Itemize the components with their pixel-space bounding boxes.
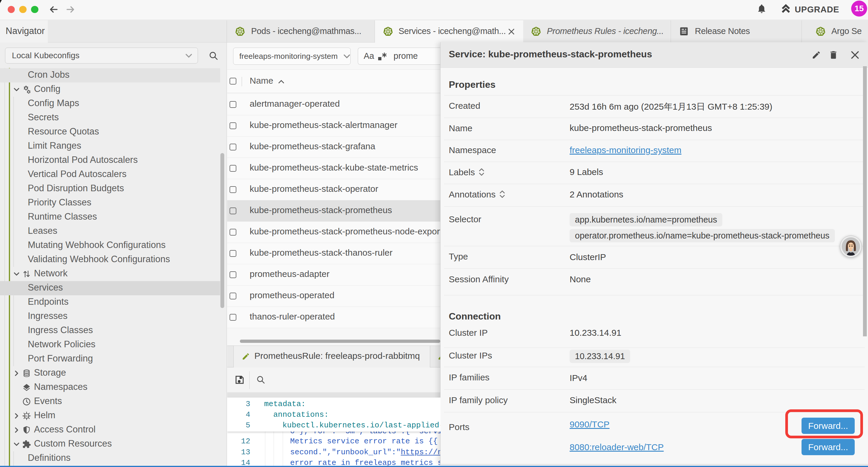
svg-text:HELM: HELM <box>24 415 30 417</box>
